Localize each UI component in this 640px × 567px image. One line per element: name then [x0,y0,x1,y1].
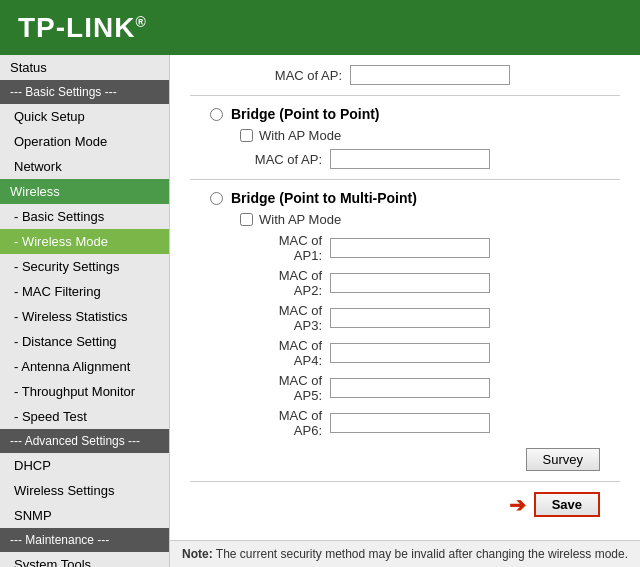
divider-2 [190,179,620,180]
sidebar-item-wireless[interactable]: Wireless [0,179,169,204]
bridge-p2p-ap-mode-label: With AP Mode [259,128,341,143]
bridge-p2mp-mac4-label: MAC of AP4: [250,338,330,368]
bridge-p2mp-mac4-row: MAC of AP4: [250,338,620,368]
note-text: The current security method may be inval… [216,547,628,561]
save-row: ➔ Save [190,492,620,517]
sidebar-item-operation-mode[interactable]: Operation Mode [0,129,169,154]
bridge-p2mp-title: Bridge (Point to Multi-Point) [231,190,417,206]
sidebar-item-dhcp[interactable]: DHCP [0,453,169,478]
sidebar-item-antenna-alignment[interactable]: - Antenna Alignment [0,354,169,379]
sidebar-item-security-settings[interactable]: - Security Settings [0,254,169,279]
bridge-p2mp-mac3-label: MAC of AP3: [250,303,330,333]
bridge-p2mp-mac6-label: MAC of AP6: [250,408,330,438]
bridge-p2mp-mac2-input[interactable] [330,273,490,293]
bridge-p2mp-mac2-label: MAC of AP2: [250,268,330,298]
sidebar-item-mac-filtering[interactable]: - MAC Filtering [0,279,169,304]
bridge-p2mp-ap-mode-label: With AP Mode [259,212,341,227]
bridge-p2mp-mac2-row: MAC of AP2: [250,268,620,298]
sidebar-section-maintenance: --- Maintenance --- [0,528,169,552]
sidebar-section-advanced: --- Advanced Settings --- [0,429,169,453]
bridge-p2mp-mac3-input[interactable] [330,308,490,328]
save-arrow: ➔ [509,493,526,517]
bridge-p2p-ap-mode-row: With AP Mode [240,128,620,143]
save-button[interactable]: Save [534,492,600,517]
bridge-p2p-title: Bridge (Point to Point) [231,106,380,122]
sidebar-item-distance-setting[interactable]: - Distance Setting [0,329,169,354]
bridge-p2mp-mac1-input[interactable] [330,238,490,258]
sidebar-item-quick-setup[interactable]: Quick Setup [0,104,169,129]
header: TP-LINK® [0,0,640,55]
divider-3 [190,481,620,482]
bridge-p2p-radio[interactable] [210,108,223,121]
logo: TP-LINK® [18,12,147,44]
bridge-p2mp-mac6-input[interactable] [330,413,490,433]
survey-button-row: Survey [190,448,620,471]
bridge-p2mp-title-row: Bridge (Point to Multi-Point) [190,190,620,206]
bridge-p2p-mac-row: MAC of AP: [250,149,620,169]
sidebar: Status --- Basic Settings --- Quick Setu… [0,55,170,567]
main-content: MAC of AP: Bridge (Point to Point) With … [170,55,640,540]
top-mac-input[interactable] [350,65,510,85]
bridge-p2mp-radio[interactable] [210,192,223,205]
divider-1 [190,95,620,96]
note-bar: Note: The current security method may be… [170,540,640,567]
sidebar-item-wireless-settings[interactable]: Wireless Settings [0,478,169,503]
bridge-p2p-mac-label: MAC of AP: [250,152,330,167]
sidebar-item-basic-settings[interactable]: - Basic Settings [0,204,169,229]
bridge-p2mp-ap-mode-checkbox[interactable] [240,213,253,226]
sidebar-item-network[interactable]: Network [0,154,169,179]
bridge-p2mp-mac3-row: MAC of AP3: [250,303,620,333]
top-mac-label: MAC of AP: [270,68,350,83]
bridge-p2mp-mac1-label: MAC of AP1: [250,233,330,263]
bridge-p2mp-ap-mode-row: With AP Mode [240,212,620,227]
bridge-p2p-section: Bridge (Point to Point) With AP Mode MAC… [190,106,620,169]
bridge-p2mp-mac5-input[interactable] [330,378,490,398]
bridge-p2mp-mac5-label: MAC of AP5: [250,373,330,403]
sidebar-item-system-tools[interactable]: System Tools [0,552,169,567]
bridge-p2mp-mac6-row: MAC of AP6: [250,408,620,438]
bridge-p2mp-mac1-row: MAC of AP1: [250,233,620,263]
note-bold: Note: [182,547,213,561]
sidebar-section-basic: --- Basic Settings --- [0,80,169,104]
sidebar-item-throughput-monitor[interactable]: - Throughput Monitor [0,379,169,404]
bridge-p2p-ap-mode-checkbox[interactable] [240,129,253,142]
sidebar-item-wireless-mode[interactable]: - Wireless Mode [0,229,169,254]
main-layout: Status --- Basic Settings --- Quick Setu… [0,55,640,567]
bridge-p2mp-section: Bridge (Point to Multi-Point) With AP Mo… [190,190,620,438]
top-mac-row: MAC of AP: [270,65,620,85]
sidebar-item-snmp[interactable]: SNMP [0,503,169,528]
sidebar-item-speed-test[interactable]: - Speed Test [0,404,169,429]
bridge-p2p-title-row: Bridge (Point to Point) [190,106,620,122]
bridge-p2mp-mac5-row: MAC of AP5: [250,373,620,403]
sidebar-item-wireless-statistics[interactable]: - Wireless Statistics [0,304,169,329]
survey-button[interactable]: Survey [526,448,600,471]
bridge-p2p-mac-input[interactable] [330,149,490,169]
bridge-p2mp-mac4-input[interactable] [330,343,490,363]
arrow-right-icon: ➔ [509,493,526,517]
sidebar-item-status[interactable]: Status [0,55,169,80]
